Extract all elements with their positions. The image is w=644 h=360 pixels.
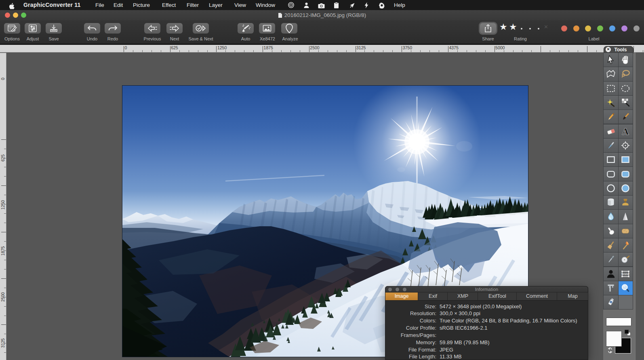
svg-text:A: A <box>622 126 629 136</box>
svg-text:WWW: WWW <box>621 273 629 276</box>
